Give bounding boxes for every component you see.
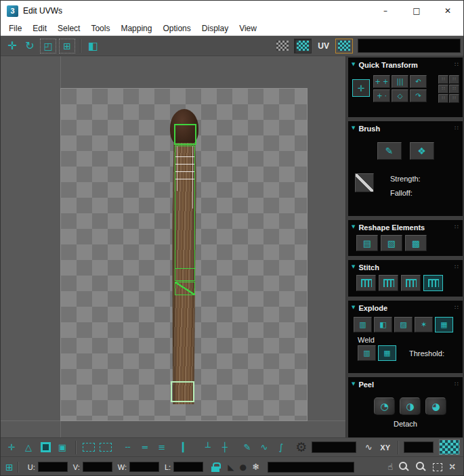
menu-tools[interactable]: Tools	[85, 22, 115, 35]
weld-selected-button[interactable]: ▥	[358, 345, 376, 361]
qt-align-button-2[interactable]: |||	[392, 75, 408, 88]
qt-rotate-ccw-button[interactable]: ↶	[410, 75, 427, 88]
freeze-snowflake-icon[interactable]: ❄	[252, 462, 259, 471]
uv-shell-head[interactable]	[174, 124, 196, 145]
texture-checker-button[interactable]	[335, 39, 353, 53]
minimize-button[interactable]: –	[370, 1, 401, 21]
qt-rotate-cw-button[interactable]: ↷	[410, 89, 427, 102]
qt-align-button-3[interactable]: + ·	[373, 89, 390, 102]
face-mode-button[interactable]	[38, 440, 53, 455]
menu-file[interactable]: File	[3, 22, 27, 35]
zoom-region-icon[interactable]	[416, 462, 426, 472]
edge-loop-button-2[interactable]: ═	[138, 440, 152, 455]
peel-header[interactable]: ▼ Peel ∷	[348, 377, 463, 389]
stitch-tool-button-4[interactable]	[423, 275, 443, 291]
menu-edit[interactable]: Edit	[27, 22, 52, 35]
explode-tool-button-2[interactable]: ◧	[374, 317, 392, 332]
menu-view[interactable]: View	[234, 22, 262, 35]
select-element-button[interactable]	[81, 440, 96, 455]
element-mode-button[interactable]: ▣	[55, 440, 70, 455]
panel-grip-icon[interactable]: ∷	[455, 125, 459, 131]
vertex-mode-button[interactable]: △	[21, 440, 36, 455]
brush-falloff-curve-button[interactable]	[355, 173, 374, 192]
w-value-field[interactable]	[129, 462, 159, 472]
menu-display[interactable]: Display	[196, 22, 234, 35]
qt-pair-button-5[interactable]: ∷	[438, 94, 448, 103]
align-cross-button[interactable]: ┼	[217, 440, 232, 455]
status-value-field[interactable]	[268, 462, 354, 473]
qt-align-button-1[interactable]: + +	[373, 75, 390, 88]
mirror-tool-button[interactable]: ◧	[84, 38, 102, 54]
spline-falloff-button[interactable]: ∿	[361, 440, 376, 455]
falloff-curve-button[interactable]: ∫	[274, 440, 289, 455]
peel-tool-button-3[interactable]: ◕	[425, 397, 446, 415]
zoom-selected-icon[interactable]: ✛	[446, 461, 458, 473]
rotate-tool-button[interactable]: ↻	[21, 38, 39, 54]
qt-pair-button-2[interactable]: ∷	[449, 75, 459, 84]
texture-list-dropdown[interactable]	[358, 39, 461, 53]
edge-bar-button[interactable]: ▎	[178, 440, 193, 455]
explode-header[interactable]: ▼ Explode ∷	[348, 301, 463, 313]
stitch-tool-button-2[interactable]	[379, 275, 398, 291]
stitch-header[interactable]: ▼ Stitch ∷	[348, 260, 463, 272]
close-button[interactable]: ✕	[432, 1, 463, 21]
panel-grip-icon[interactable]: ∷	[455, 264, 459, 270]
brush-header[interactable]: ▼ Brush ∷	[348, 121, 463, 133]
grow-selection-button[interactable]	[98, 440, 113, 455]
edge-loop-button-1[interactable]: ╌	[121, 440, 135, 455]
l-value-field[interactable]	[173, 462, 203, 472]
explode-tool-button-3[interactable]: ▨	[394, 317, 413, 332]
panel-grip-icon[interactable]: ∷	[455, 62, 459, 68]
peel-tool-button-2[interactable]: ◑	[400, 397, 421, 415]
panel-grip-icon[interactable]: ∷	[455, 305, 459, 311]
reshape-header[interactable]: ▼ Reshape Elements ∷	[348, 220, 463, 232]
explode-tool-button-4[interactable]: ✶	[415, 317, 433, 332]
zoom-extents-icon[interactable]	[433, 463, 442, 471]
falloff-value-field[interactable]	[312, 441, 356, 453]
menu-mapping[interactable]: Mapping	[115, 22, 157, 35]
transform-typein-button[interactable]: ✛	[4, 440, 19, 455]
quick-transform-header[interactable]: ▼ Quick Transform ∷	[348, 58, 463, 70]
scale-tool-button[interactable]: ◰	[40, 39, 56, 53]
stitch-tool-button-3[interactable]	[401, 275, 421, 291]
explode-tool-button-1[interactable]: ▥	[354, 317, 372, 332]
paint-move-brush-button[interactable]: ✎	[377, 142, 402, 160]
qt-pair-button-4[interactable]: ∷	[449, 85, 459, 93]
u-value-field[interactable]	[38, 462, 68, 472]
qt-pair-button-1[interactable]: ∷	[438, 75, 448, 84]
reshape-tool-button-1[interactable]: ▤	[356, 235, 378, 251]
relax-brush-button[interactable]: ❖	[410, 142, 434, 160]
uv-shell-segment[interactable]	[175, 282, 195, 295]
maximize-button[interactable]: □	[401, 1, 432, 21]
qt-pair-button-6[interactable]: ∷	[449, 94, 459, 103]
falloff-wave-button[interactable]: ∿	[257, 440, 272, 455]
freeform-tool-button[interactable]: ⊞	[59, 39, 75, 53]
move-tool-button[interactable]: ✛	[3, 38, 21, 54]
peel-tool-button-1[interactable]: ◔	[374, 397, 395, 415]
soft-selection-gear-icon[interactable]: ⚙	[295, 441, 307, 454]
menu-select[interactable]: Select	[52, 22, 85, 35]
v-value-field[interactable]	[83, 462, 112, 472]
checker-pattern-button[interactable]	[274, 39, 291, 53]
reshape-tool-button-2[interactable]: ▧	[381, 235, 402, 251]
reshape-tool-button-3[interactable]: ▩	[405, 235, 427, 251]
show-map-toggle-button[interactable]	[294, 39, 312, 53]
uv-shell-stick[interactable]	[175, 146, 195, 281]
target-weld-button[interactable]: ▦	[378, 345, 396, 361]
uv-shell-bottom[interactable]	[171, 381, 194, 402]
transform-gizmo-icon[interactable]: ⊞	[5, 462, 14, 472]
stitch-tool-button-1[interactable]	[356, 275, 376, 291]
toggle-checker-display-button[interactable]	[439, 439, 460, 455]
menu-options[interactable]: Options	[157, 22, 196, 35]
snap-toggle-icon[interactable]: ●	[239, 463, 246, 471]
absolute-mode-icon[interactable]: ◣	[228, 463, 234, 471]
zoom-icon[interactable]	[399, 462, 409, 472]
xy-space-label[interactable]: XY	[380, 443, 390, 452]
edge-loop-button-3[interactable]: ≡	[154, 440, 169, 455]
qt-space-button[interactable]: ◇	[392, 89, 408, 102]
panel-grip-icon[interactable]: ∷	[455, 381, 459, 387]
align-tee-button[interactable]: ┴	[201, 440, 215, 455]
soft-brush-button[interactable]: ✎	[240, 440, 255, 455]
limit-value-field[interactable]	[404, 441, 434, 453]
uv-editor-canvas[interactable]	[1, 56, 346, 437]
